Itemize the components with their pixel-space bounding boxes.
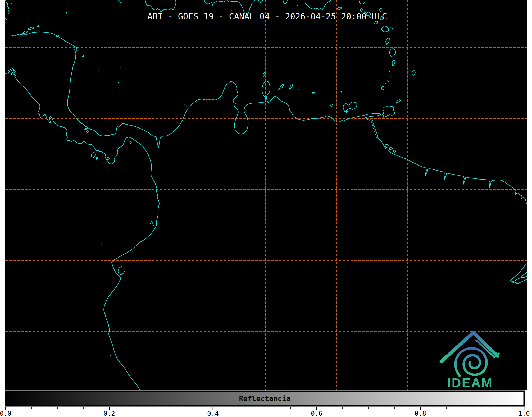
island-dot — [387, 80, 388, 81]
island-dot — [185, 104, 185, 105]
island-dot — [298, 89, 299, 90]
goes-satellite-scene: ABI - GOES 19 - CANAL 04 - 2026-04-25 20… — [0, 0, 532, 417]
colorbar: 0.00.20.40.60.81.0 Reflectancia — [0, 391, 530, 417]
island-dot — [90, 148, 91, 149]
island-dot — [101, 243, 102, 244]
island-dot — [390, 76, 391, 77]
satellite-image-viewport: ABI - GOES 19 - CANAL 04 - 2026-04-25 20… — [0, 0, 532, 417]
colorbar-tick-value: 1.0 — [518, 410, 530, 417]
island-dot — [388, 81, 389, 82]
island-dot — [153, 225, 154, 226]
island-dot — [98, 71, 99, 71]
island-dot — [128, 140, 129, 141]
island-dot — [349, 111, 349, 112]
island-dot — [355, 37, 356, 38]
island-dot — [84, 131, 85, 132]
island-dot — [110, 355, 111, 356]
island-dot — [132, 140, 133, 140]
map-background — [5, 0, 527, 390]
colorbar-tick-labels: 0.00.20.40.60.81.0 — [0, 410, 530, 417]
island-dot — [118, 82, 119, 83]
island-dot — [212, 4, 213, 6]
island-dot — [392, 28, 393, 29]
island-dot — [319, 93, 319, 93]
island-dot — [391, 27, 392, 28]
island-dot — [66, 12, 67, 14]
colorbar-tick-value: 0.8 — [415, 410, 426, 417]
island-dot — [121, 67, 121, 68]
colorbar-tick-value: 0.0 — [0, 410, 11, 417]
island-dot — [389, 71, 390, 72]
island-dot — [186, 107, 187, 107]
colorbar-ticks — [6, 407, 524, 410]
colorbar-tick-value: 0.6 — [311, 410, 322, 417]
logo-text: IDEAM — [447, 375, 493, 390]
image-title: ABI - GOES 19 - CANAL 04 - 2026-04-25 20… — [147, 11, 387, 21]
island-dot — [385, 83, 386, 84]
island-dot — [11, 3, 12, 4]
colorbar-tick-value: 0.2 — [103, 410, 115, 417]
colorbar-tick-value: 0.4 — [207, 410, 219, 417]
island-dot — [297, 5, 298, 6]
colorbar-title: Reflectancia — [239, 395, 290, 403]
island-dot — [341, 91, 342, 93]
